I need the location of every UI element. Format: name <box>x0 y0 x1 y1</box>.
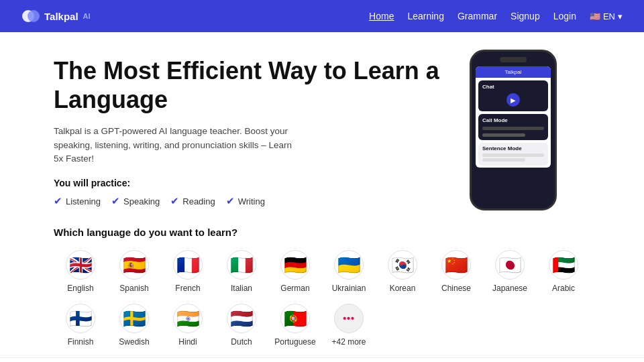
lang-hindi[interactable]: 🇮🇳 Hindi <box>161 304 215 347</box>
lang-chinese[interactable]: 🇨🇳 Chinese <box>429 250 483 293</box>
check-icon: ✔ <box>226 195 235 207</box>
flag-english: 🇬🇧 <box>66 250 95 280</box>
badge-speaking-label: Speaking <box>123 196 160 206</box>
badge-reading-label: Reading <box>182 196 215 206</box>
logo-text: Talkpal <box>44 11 78 22</box>
hero-left: The Most Efficient Way to Learn a Langua… <box>54 56 443 210</box>
badge-reading: ✔ Reading <box>170 195 215 207</box>
nav-grammar[interactable]: Grammar <box>458 11 497 21</box>
phone-screen: Talkpal Chat ▶ Call Mode Sentence Mode <box>476 66 551 168</box>
lang-german[interactable]: 🇩🇪 German <box>268 250 322 293</box>
more-languages-button[interactable]: ••• <box>334 304 364 333</box>
hero-subtitle: Talkpal is a GPT-powered AI language tea… <box>54 125 295 166</box>
badge-writing-label: Writing <box>238 196 265 206</box>
flag-spanish: 🇪🇸 <box>119 250 149 280</box>
phone-card-call: Call Mode <box>478 114 548 140</box>
nav-learning[interactable]: Learning <box>407 11 444 21</box>
lang-japanese[interactable]: 🇯🇵 Japanese <box>483 250 537 293</box>
lang-finnish[interactable]: 🇫🇮 Finnish <box>54 304 107 347</box>
flag-japanese: 🇯🇵 <box>495 250 525 280</box>
lang-text: EN <box>603 11 615 21</box>
flag-italian: 🇮🇹 <box>227 250 256 280</box>
flag-chinese: 🇨🇳 <box>441 250 471 280</box>
badge-writing: ✔ Writing <box>226 195 265 207</box>
lang-french[interactable]: 🇫🇷 French <box>161 250 215 293</box>
nav-signup[interactable]: Signup <box>511 11 540 21</box>
flag-ukrainian: 🇺🇦 <box>334 250 364 280</box>
lang-portuguese[interactable]: 🇵🇹 Portuguese <box>268 304 322 347</box>
lang-spanish[interactable]: 🇪🇸 Spanish <box>107 250 161 293</box>
hero-title: The Most Efficient Way to Learn a Langua… <box>54 56 443 114</box>
logo-icon <box>21 9 40 23</box>
svg-point-1 <box>28 10 40 22</box>
check-icon: ✔ <box>111 195 120 207</box>
check-icon: ✔ <box>170 195 179 207</box>
flag-german: 🇩🇪 <box>280 250 310 280</box>
flag-hindi: 🇮🇳 <box>173 304 203 333</box>
nav-links: Home Learning Grammar Signup Login 🇺🇸 EN… <box>369 11 623 21</box>
lang-ukrainian[interactable]: 🇺🇦 Ukrainian <box>322 250 376 293</box>
phone-header: Talkpal <box>476 66 551 78</box>
flag-dutch: 🇳🇱 <box>227 304 256 333</box>
play-button[interactable]: ▶ <box>506 93 520 107</box>
languages-grid: 🇬🇧 English 🇪🇸 Spanish 🇫🇷 French 🇮🇹 Itali… <box>54 250 590 347</box>
footer-teaser: THE TALKPAL DIFFERENCE <box>0 357 644 362</box>
hero-section: The Most Efficient Way to Learn a Langua… <box>0 32 644 210</box>
languages-section: Which language do you want to learn? 🇬🇧 … <box>0 210 644 347</box>
lang-italian[interactable]: 🇮🇹 Italian <box>215 250 268 293</box>
logo-suffix: AI <box>83 12 91 20</box>
flag-finnish: 🇫🇮 <box>66 304 95 333</box>
flag-arabic: 🇦🇪 <box>549 250 578 280</box>
badge-listening-label: Listening <box>66 196 101 206</box>
nav-login[interactable]: Login <box>553 11 576 21</box>
lang-korean[interactable]: 🇰🇷 Korean <box>376 250 429 293</box>
practice-badges: ✔ Listening ✔ Speaking ✔ Reading ✔ Writi… <box>54 195 443 207</box>
lang-english[interactable]: 🇬🇧 English <box>54 250 107 293</box>
phone-notch <box>500 57 527 62</box>
lang-dutch[interactable]: 🇳🇱 Dutch <box>215 304 268 347</box>
lang-swedish[interactable]: 🇸🇪 Swedish <box>107 304 161 347</box>
flag-korean: 🇰🇷 <box>388 250 417 280</box>
phone-mockup: Talkpal Chat ▶ Call Mode Sentence Mode <box>470 50 557 210</box>
flag-swedish: 🇸🇪 <box>119 304 149 333</box>
nav-home[interactable]: Home <box>369 11 394 21</box>
lang-arabic[interactable]: 🇦🇪 Arabic <box>537 250 590 293</box>
badge-listening: ✔ Listening <box>54 195 101 207</box>
check-icon: ✔ <box>54 195 62 207</box>
languages-title: Which language do you want to learn? <box>54 227 590 238</box>
phone-mockup-container: Talkpal Chat ▶ Call Mode Sentence Mode <box>470 56 590 210</box>
flag-french: 🇫🇷 <box>173 250 203 280</box>
chevron-down-icon: ▾ <box>618 11 623 21</box>
language-selector[interactable]: 🇺🇸 EN ▾ <box>590 11 623 21</box>
navbar: TalkpalAI Home Learning Grammar Signup L… <box>0 0 644 32</box>
lang-more[interactable]: ••• +42 more <box>322 304 376 347</box>
phone-card-sentence: Sentence Mode <box>478 143 548 166</box>
flag-portuguese: 🇵🇹 <box>280 304 310 333</box>
practice-label: You will practice: <box>54 178 443 188</box>
phone-card-chat: Chat ▶ <box>478 80 548 111</box>
badge-speaking: ✔ Speaking <box>111 195 160 207</box>
logo[interactable]: TalkpalAI <box>21 9 91 23</box>
